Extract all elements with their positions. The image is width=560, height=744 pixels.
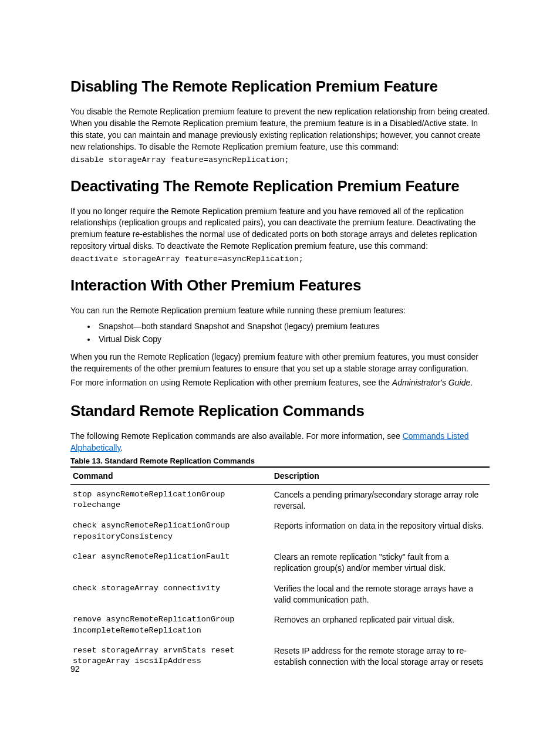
desc-cell: Verifies the local and the remote storag… <box>272 579 490 610</box>
code-disable: disable storageArray feature=asyncReplic… <box>70 155 490 164</box>
list-item: Virtual Disk Copy <box>96 333 490 346</box>
cmd-cell: reset storageArray arvmStats reset stora… <box>70 641 272 672</box>
table-row: remove asyncRemoteReplicationGroup incom… <box>70 610 490 640</box>
para-disabling: You disable the Remote Replication premi… <box>70 106 490 153</box>
table-caption: Table 13. Standard Remote Replication Co… <box>70 456 490 465</box>
heading-standard-commands: Standard Remote Replication Commands <box>70 402 490 420</box>
desc-cell: Cancels a pending primary/secondary stor… <box>272 484 490 516</box>
desc-cell: Resets IP address for the remote storage… <box>272 641 490 672</box>
desc-cell: Reports information on data in the repos… <box>272 516 490 546</box>
th-command: Command <box>70 467 272 485</box>
table-row: check storageArray connectivity Verifies… <box>70 579 490 610</box>
para3-pre: For more information on using Remote Rep… <box>70 378 392 387</box>
page-number: 92 <box>70 664 80 674</box>
bullet-list: Snapshot—both standard Snapshot and Snap… <box>70 320 490 346</box>
table-row: clear asyncRemoteReplicationFault Clears… <box>70 547 490 579</box>
para-interaction-3: For more information on using Remote Rep… <box>70 377 490 389</box>
cmd-cell: remove asyncRemoteReplicationGroup incom… <box>70 610 272 640</box>
para-interaction-intro: You can run the Remote Replication premi… <box>70 305 490 317</box>
desc-cell: Clears an remote replication "sticky" fa… <box>272 547 490 579</box>
intro-pre: The following Remote Replication command… <box>70 431 403 441</box>
heading-deactivating: Deactivating The Remote Replication Prem… <box>70 177 490 195</box>
table-row: stop asyncRemoteReplicationGroup rolecha… <box>70 484 490 516</box>
code-deactivate: deactivate storageArray feature=asyncRep… <box>70 255 490 263</box>
intro-post: . <box>120 443 123 452</box>
table-row: check asyncRemoteReplicationGroup reposi… <box>70 516 490 546</box>
heading-interaction: Interaction With Other Premium Features <box>70 276 490 295</box>
para-interaction-2: When you run the Remote Replication (leg… <box>70 351 490 375</box>
heading-disabling: Disabling The Remote Replication Premium… <box>70 77 490 96</box>
list-item: Snapshot—both standard Snapshot and Snap… <box>96 320 490 333</box>
cmd-cell: check storageArray connectivity <box>70 579 272 610</box>
para-standard-intro: The following Remote Replication command… <box>70 431 490 454</box>
desc-cell: Removes an orphaned replicated pair virt… <box>272 610 490 640</box>
cmd-cell: clear asyncRemoteReplicationFault <box>70 547 272 579</box>
cmd-cell: check asyncRemoteReplicationGroup reposi… <box>70 516 272 546</box>
cmd-cell: stop asyncRemoteReplicationGroup rolecha… <box>70 484 272 516</box>
document-page: Disabling The Remote Replication Premium… <box>0 0 560 744</box>
para-deactivating: If you no longer require the Remote Repl… <box>70 206 490 253</box>
th-description: Description <box>272 467 490 485</box>
para3-post: . <box>470 378 473 387</box>
commands-table: Command Description stop asyncRemoteRepl… <box>70 466 490 672</box>
table-row: reset storageArray arvmStats reset stora… <box>70 641 490 672</box>
para3-italic: Administrator's Guide <box>392 378 470 387</box>
